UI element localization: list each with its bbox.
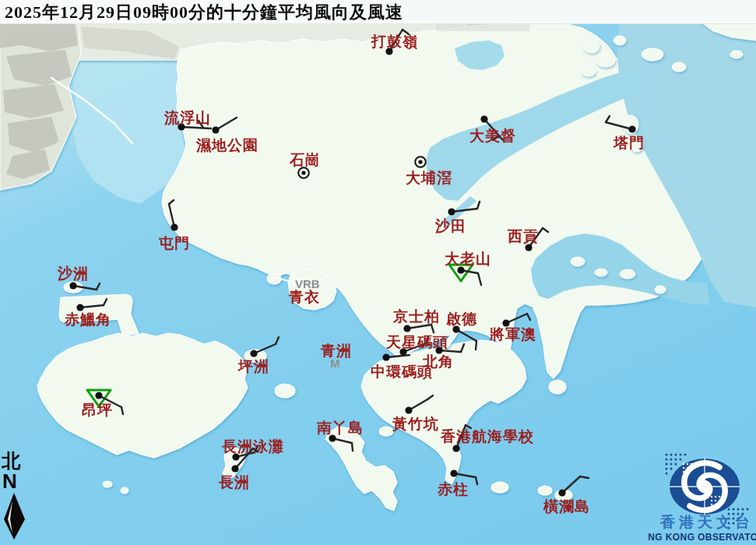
station-label: 坪洲 [237, 358, 269, 374]
station-label: 赤鱲角 [64, 311, 111, 328]
calm-dot-icon [301, 171, 305, 174]
station-dot [69, 282, 76, 289]
station-dot [171, 223, 178, 230]
station-label: 流浮山 [164, 110, 211, 126]
map-title: 2025年12月29日09時00分的十分鐘平均風向及風速 [5, 1, 403, 24]
station-note: M [330, 357, 340, 370]
station-label: 西貢 [507, 228, 539, 244]
station-dot [558, 489, 565, 496]
station-label: 塔門 [613, 135, 645, 151]
station-dot [480, 115, 487, 122]
station-label: 濕地公園 [195, 137, 258, 153]
hong-kong-map: 打鼓嶺流浮山濕地公園石崗大埔滘大美督塔門沙田西貢屯門大老山沙洲赤鱲角青衣VRB京… [0, 0, 756, 545]
station-label: 石崗 [289, 152, 321, 168]
station-label: 香港航海學校 [440, 428, 534, 445]
station-dot [405, 406, 412, 413]
station-label: 京士柏 [392, 308, 440, 325]
wind-map-screen: 打鼓嶺流浮山濕地公園石崗大埔滘大美督塔門沙田西貢屯門大老山沙洲赤鱲角青衣VRB京… [0, 0, 756, 545]
compass-north: 北 N [2, 452, 33, 541]
station-dot [95, 392, 102, 399]
station-label: 南丫島 [316, 420, 364, 436]
wind-barb-tick [352, 443, 353, 451]
station-label: 大埔滘 [406, 170, 452, 186]
station-label: 長洲 [218, 474, 250, 490]
logo-name-en: HONG KONG OBSERVATORY [648, 532, 756, 543]
station-dot [382, 353, 389, 360]
station-label: 沙洲 [57, 265, 89, 282]
hko-logo: 香港天文台 HONG KONG OBSERVATORY [648, 445, 756, 545]
station-note: VRB [295, 277, 320, 290]
station-label: 打鼓嶺 [371, 33, 418, 50]
station-label: 沙田 [434, 218, 466, 234]
station-dot [231, 465, 238, 472]
station-label: 大老山 [445, 251, 491, 267]
station-dot [450, 469, 457, 476]
station-label: 赤柱 [437, 481, 469, 498]
station-label: 長洲泳灘 [221, 438, 284, 455]
calm-dot-icon [418, 160, 422, 164]
station-dot [525, 244, 532, 251]
station-label: 昂坪 [82, 402, 113, 418]
station-label: 青衣 [288, 289, 320, 305]
compass-label-en: N [2, 471, 33, 491]
station-dot [212, 126, 219, 133]
station-dot [457, 266, 464, 273]
wind-barb-tick [476, 341, 476, 350]
station-dot [250, 350, 257, 357]
hko-logo-graphic: 香港天文台 HONG KONG OBSERVATORY [648, 445, 756, 545]
station-dot [76, 304, 83, 311]
compass-label-zh: 北 [2, 452, 33, 471]
station-label: 中環碼頭 [371, 364, 433, 380]
station-dot [628, 125, 635, 132]
station-label: 啟德 [445, 311, 477, 327]
station-dot [448, 208, 455, 215]
logo-s-curve [670, 458, 740, 515]
logo-name-zh: 香港天文台 [659, 514, 754, 530]
station-label: 屯門 [158, 235, 190, 251]
station-dot [452, 445, 459, 452]
station-label: 橫瀾島 [543, 498, 590, 515]
map-title-bar: 2025年12月29日09時00分的十分鐘平均風向及風速 [0, 0, 756, 24]
station-dot [403, 325, 410, 332]
station-label: 黃竹坑 [392, 416, 439, 432]
north-arrow-icon [2, 491, 28, 541]
station-label: 大美督 [469, 128, 516, 144]
station-label: 將軍澳 [489, 326, 536, 343]
